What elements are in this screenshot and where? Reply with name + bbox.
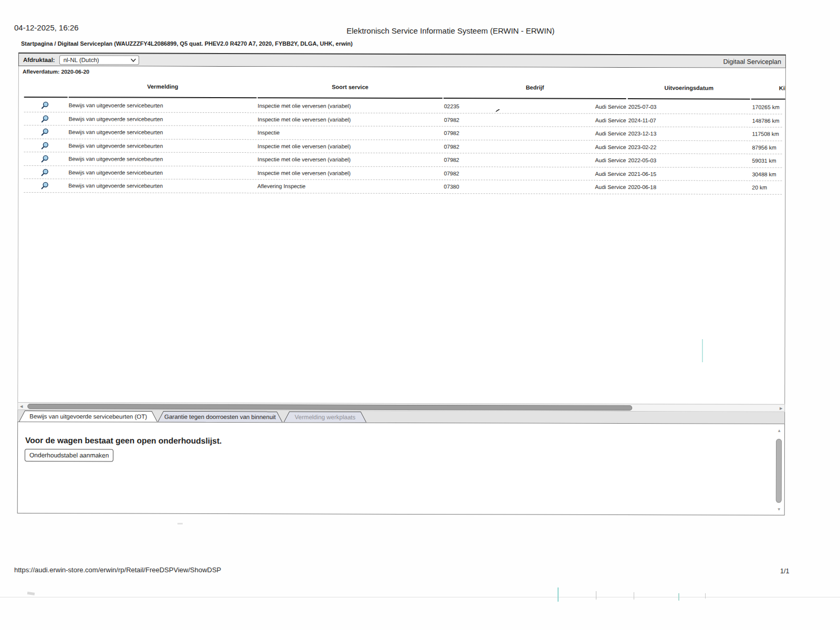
row-uitvoeringsdatum: 2020-06-18: [628, 181, 656, 194]
header-divider: [751, 99, 786, 100]
print-toolbar: Afdruktaal: nl-NL (Dutch) Digitaal Servi…: [18, 52, 786, 68]
row-vermelding: Bewijs van uitgevoerde servicebeurten: [68, 166, 163, 180]
printed-page: 04-12-2025, 16:26 Elektronisch Service I…: [0, 0, 840, 630]
row-bedrijf-naam: Audi Service: [538, 167, 626, 181]
tab-garantie-doorroesten[interactable]: Garantie tegen doorroesten van binnenuit: [158, 411, 282, 423]
row-vermelding: Bewijs van uitgevoerde servicebeurten: [69, 125, 163, 139]
row-soort-service: Inspectie met olie verversen (variabel): [258, 113, 351, 127]
row-detail-magnifier-icon[interactable]: [40, 181, 49, 195]
header-divider: [69, 97, 257, 98]
header-divider: [444, 98, 626, 99]
language-selected-value: nl-NL (Dutch): [64, 57, 99, 63]
row-uitvoeringsdatum: 2022-05-03: [628, 154, 656, 167]
digital-serviceplan-label: Digitaal Serviceplan: [723, 58, 781, 65]
scroll-right-icon[interactable]: ►: [779, 405, 783, 412]
scan-artifact: [705, 593, 706, 598]
language-label: Afdruktaal:: [23, 57, 55, 63]
scan-artifact: [27, 592, 35, 595]
scan-artifact: [596, 591, 596, 600]
row-bedrijf-naam: Audi Service: [539, 100, 626, 114]
row-kilometerstand: 87956 km: [752, 141, 776, 154]
row-bedrijf-naam: Audi Service: [539, 127, 626, 141]
row-soort-service: Inspectie: [258, 126, 280, 140]
row-bedrijf-code: 07982: [444, 140, 459, 154]
table-row: Bewijs van uitgevoerde servicebeurten In…: [24, 139, 782, 154]
row-bedrijf-naam: Audi Service: [538, 140, 626, 154]
tab-label: Vermelding werkplaats: [284, 412, 366, 422]
row-kilometerstand: 117508 km: [752, 128, 779, 141]
row-uitvoeringsdatum: 2023-02-22: [628, 141, 656, 154]
row-vermelding: Bewijs van uitgevoerde servicebeurten: [69, 139, 163, 153]
row-bedrijf-code: 07380: [444, 180, 459, 194]
create-maintenance-table-button[interactable]: Onderhoudstabel aanmaken: [25, 449, 114, 461]
row-bedrijf-code: 02235: [444, 100, 459, 113]
tab-bewijs-servicebeurten[interactable]: Bewijs van uitgevoerde servicebeurten (O…: [19, 411, 158, 422]
header-divider: [258, 97, 443, 99]
row-bedrijf-code: 07982: [444, 127, 459, 140]
scan-artifact: [634, 592, 634, 600]
tab-strip: Bewijs van uitgevoerde servicebeurten (O…: [17, 410, 785, 424]
row-bedrijf-naam: Audi Service: [538, 181, 626, 194]
row-bedrijf-code: 07982: [444, 113, 459, 127]
header-divider: [628, 98, 750, 100]
row-kilometerstand: 20 km: [752, 181, 767, 195]
tab-label: Garantie tegen doorroesten van binnenuit: [158, 412, 282, 423]
scroll-down-icon[interactable]: ▼: [777, 507, 781, 512]
vertical-scrollbar-thumb[interactable]: [776, 439, 782, 503]
row-kilometerstand: 30488 km: [752, 167, 776, 181]
page-number: 1/1: [780, 568, 789, 575]
maintenance-panel: Voor de wagen bestaat geen open onderhou…: [17, 422, 785, 516]
row-uitvoeringsdatum: 2024-11-07: [628, 114, 656, 128]
table-header: Vermelding Soort service Bedrijf Uitvoer…: [24, 66, 786, 101]
row-bedrijf-naam: Audi Service: [538, 154, 626, 167]
col-header-uitvoeringsdatum: Uitvoeringsdatum: [628, 85, 750, 91]
footer-url: https://audi.erwin-store.com/erwin/rp/Re…: [14, 566, 221, 574]
row-uitvoeringsdatum: 2025-07-03: [628, 100, 657, 114]
scroll-up-icon[interactable]: ▲: [777, 428, 781, 433]
scan-artifact: [0, 597, 840, 597]
row-soort-service: Inspectie met olie verversen (variabel): [258, 99, 351, 113]
header-divider: [24, 97, 68, 98]
row-vermelding: Bewijs van uitgevoerde servicebeurten: [69, 112, 163, 126]
row-vermelding: Bewijs van uitgevoerde servicebeurten: [68, 152, 163, 166]
table-row: Bewijs van uitgevoerde servicebeurten Af…: [24, 179, 782, 194]
horizontal-scrollbar-thumb[interactable]: [27, 404, 632, 411]
serviceplan-table-frame: Afleverdatum: 2020-06-20 Vermelding Soor…: [17, 66, 786, 404]
row-bedrijf-code: 07982: [444, 167, 459, 181]
tab-label: Bewijs van uitgevoerde servicebeurten (O…: [19, 411, 157, 422]
chevron-down-icon: [131, 58, 136, 62]
row-vermelding: Bewijs van uitgevoerde servicebeurten: [68, 179, 163, 193]
table-row: Bewijs van uitgevoerde servicebeurten In…: [24, 166, 782, 181]
row-soort-service: Inspectie met olie verversen (variabel): [257, 166, 350, 180]
language-select[interactable]: nl-NL (Dutch): [59, 55, 139, 65]
col-header-bedrijf: Bedrijf: [444, 84, 626, 91]
row-uitvoeringsdatum: 2023-12-13: [628, 127, 657, 141]
scan-artifact: [558, 587, 559, 602]
no-open-maintenance-message: Voor de wagen bestaat geen open onderhou…: [25, 436, 222, 446]
row-vermelding: Bewijs van uitgevoerde servicebeurten: [69, 99, 163, 112]
scroll-left-icon[interactable]: ◄: [19, 403, 24, 410]
col-header-kilometerstand: Kilo: [779, 85, 786, 91]
table-row: Bewijs van uitgevoerde servicebeurten In…: [24, 99, 782, 114]
row-bedrijf-naam: Audi Service: [539, 113, 626, 127]
scan-artifact: [678, 593, 679, 601]
table-row: Bewijs van uitgevoerde servicebeurten In…: [24, 112, 782, 128]
row-soort-service: Inspectie met olie verversen (variabel): [258, 140, 351, 153]
row-bedrijf-code: 07982: [444, 153, 459, 167]
col-header-vermelding: Vermelding: [69, 83, 257, 90]
row-kilometerstand: 170265 km: [752, 101, 780, 114]
col-header-soort-service: Soort service: [258, 83, 443, 90]
row-soort-service: Aflevering Inspectie: [257, 180, 306, 193]
row-kilometerstand: 59031 km: [752, 154, 776, 168]
app-area: Afdruktaal: nl-NL (Dutch) Digitaal Servi…: [0, 0, 840, 553]
row-kilometerstand: 148786 km: [752, 114, 780, 128]
row-uitvoeringsdatum: 2021-06-15: [628, 167, 656, 181]
tab-vermelding-werkplaats[interactable]: Vermelding werkplaats: [284, 411, 366, 422]
table-row: Bewijs van uitgevoerde servicebeurten In…: [24, 152, 782, 167]
row-soort-service: Inspectie met olie verversen (variabel): [257, 153, 350, 166]
table-row: Bewijs van uitgevoerde servicebeurten In…: [24, 125, 782, 141]
